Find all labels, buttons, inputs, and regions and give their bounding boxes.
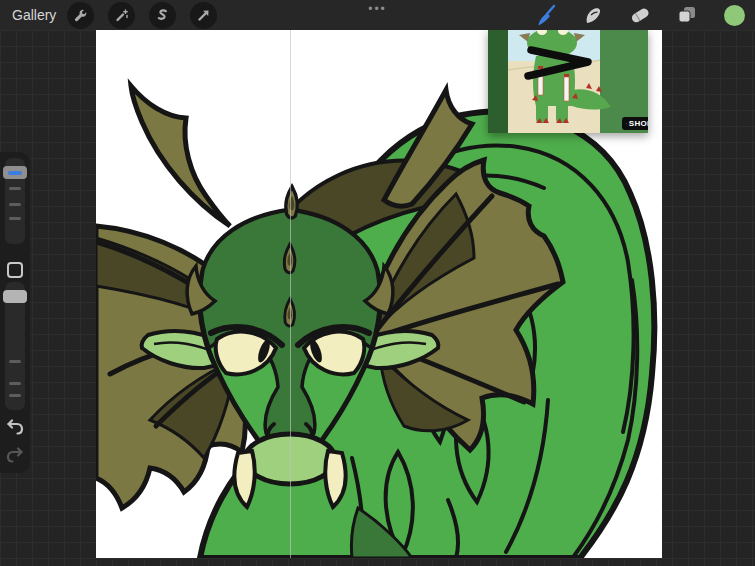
procreate-app: SHORTS Gallery <box>0 0 755 566</box>
opacity-tick <box>9 360 21 363</box>
smudge-finger-icon <box>582 4 604 26</box>
eraser-icon <box>628 5 652 25</box>
brush-tool-button[interactable] <box>533 2 559 28</box>
undo-button[interactable] <box>5 418 25 436</box>
color-swatch-circle <box>723 4 746 27</box>
muzzle <box>245 434 335 484</box>
brush-sidebar <box>0 152 30 473</box>
layers-button[interactable] <box>674 2 700 28</box>
modify-button[interactable] <box>7 262 23 278</box>
size-tick <box>9 203 21 206</box>
opacity-handle[interactable] <box>3 290 27 303</box>
redo-icon <box>5 446 25 464</box>
size-tick <box>9 187 21 190</box>
eraser-tool-button[interactable] <box>627 2 653 28</box>
shorts-bolt-icon <box>626 119 627 128</box>
smudge-tool-button[interactable] <box>580 2 606 28</box>
size-tick <box>9 217 21 220</box>
paint-tools-group <box>533 0 755 30</box>
reference-image-window[interactable]: SHORTS <box>488 30 648 133</box>
redo-button[interactable] <box>5 446 25 464</box>
left-horn <box>131 86 230 226</box>
gallery-button[interactable]: Gallery <box>12 7 56 23</box>
adjustments-button[interactable] <box>108 2 135 29</box>
opacity-tick <box>9 394 21 397</box>
opacity-tick <box>9 382 21 385</box>
transform-arrow-icon <box>196 8 211 23</box>
magic-wand-icon <box>114 8 129 23</box>
undo-icon <box>5 418 25 436</box>
selection-button[interactable] <box>149 2 176 29</box>
layers-icon <box>676 4 698 26</box>
brush-icon <box>534 2 558 28</box>
actions-button[interactable] <box>67 2 94 29</box>
size-handle-accent <box>8 171 22 175</box>
color-swatch-button[interactable] <box>721 2 747 28</box>
shorts-badge: SHORTS <box>622 117 648 130</box>
transform-button[interactable] <box>190 2 217 29</box>
selection-s-icon <box>155 8 170 23</box>
brush-size-handle[interactable] <box>3 166 27 179</box>
top-toolbar: Gallery ••• <box>0 0 755 30</box>
drawing-canvas[interactable]: SHORTS <box>96 30 662 558</box>
wrench-icon <box>73 8 88 23</box>
